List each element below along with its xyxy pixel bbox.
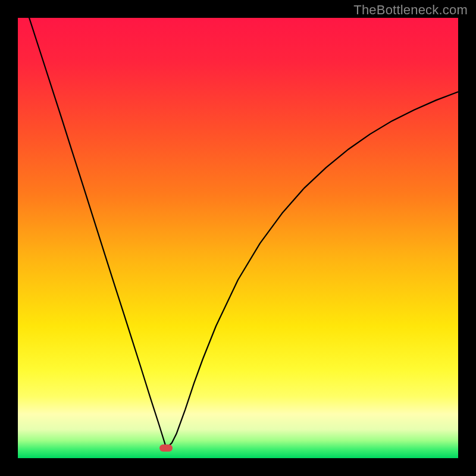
chart-plot-area [18,18,458,458]
optimal-point-marker [159,444,173,452]
chart-background [18,18,458,458]
watermark-text: TheBottleneck.com [353,2,468,18]
chart-svg [18,18,458,458]
